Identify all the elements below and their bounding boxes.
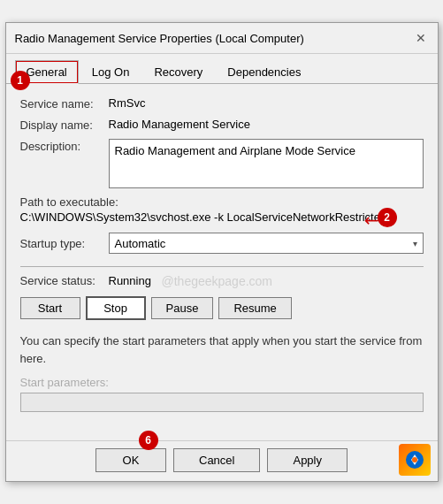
description-row: Description: Radio Management and Airpla… (20, 139, 424, 188)
service-name-value: RmSvc (109, 96, 424, 110)
badge-2: 2 (378, 208, 397, 227)
startup-select[interactable]: Automatic ▾ (109, 233, 424, 254)
tab-logon[interactable]: Log On (80, 60, 141, 84)
bottom-buttons-row: 6 OK Cancel Apply (6, 440, 438, 481)
display-name-label: Display name: (20, 118, 109, 132)
divider (20, 266, 424, 267)
tab-bar: General 1 Log On Recovery Dependencies (6, 54, 438, 84)
service-status-value: Running (109, 274, 151, 287)
description-container: Radio Management and Airplane Mode Servi… (109, 139, 424, 188)
info-text: You can specify the start parameters tha… (20, 332, 424, 367)
start-button[interactable]: Start (20, 297, 80, 319)
window-title: Radio Management Service Properties (Loc… (15, 32, 304, 45)
badge-6: 6 (139, 431, 158, 450)
pause-button[interactable]: Pause (151, 297, 214, 319)
service-status-label: Service status: (20, 274, 109, 287)
title-bar: Radio Management Service Properties (Loc… (6, 23, 438, 54)
display-name-row: Display name: Radio Management Service (20, 118, 424, 132)
startup-label: Startup type: (20, 237, 109, 250)
tab-general[interactable]: General 1 (15, 60, 79, 84)
content-area: Service name: RmSvc Display name: Radio … (6, 84, 438, 437)
logo-area (399, 444, 431, 476)
display-name-value: Radio Management Service (109, 118, 424, 131)
startup-value: Automatic (115, 237, 166, 250)
description-label: Description: (20, 139, 109, 153)
logo-icon (399, 444, 431, 476)
service-name-row: Service name: RmSvc (20, 96, 424, 111)
badge-1: 1 (11, 71, 30, 90)
start-params-input[interactable] (20, 393, 424, 412)
description-value[interactable]: Radio Management and Airplane Mode Servi… (109, 139, 424, 188)
stop-button[interactable]: Stop (86, 296, 146, 320)
chevron-down-icon: ▾ (413, 239, 417, 248)
ok-button[interactable]: OK (95, 448, 166, 472)
apply-button[interactable]: Apply (267, 448, 348, 472)
watermark: @thegeekpage.com (162, 274, 273, 288)
resume-button[interactable]: Resume (218, 297, 291, 319)
tab-dependencies[interactable]: Dependencies (216, 60, 312, 84)
close-button[interactable]: ✕ (413, 30, 429, 46)
service-buttons-row: Start Stop Pause Resume (20, 296, 424, 320)
properties-window: Radio Management Service Properties (Loc… (5, 22, 439, 482)
service-status-row: Service status: Running @thegeekpage.com (20, 274, 424, 287)
start-params-row: Start parameters: (20, 376, 424, 424)
cancel-button[interactable]: Cancel (173, 448, 260, 472)
service-name-label: Service name: (20, 96, 109, 111)
svg-point-1 (412, 457, 417, 462)
path-label: Path to executable: (20, 195, 424, 209)
startup-row: Startup type: Automatic ▾ ↙ 2 (20, 233, 424, 254)
tab-recovery[interactable]: Recovery (142, 60, 214, 84)
start-params-label: Start parameters: (20, 376, 424, 389)
